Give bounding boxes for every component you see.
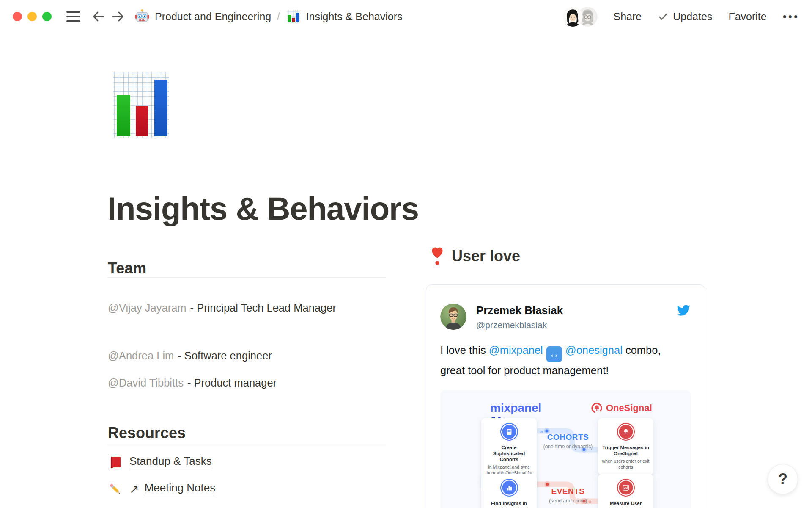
user-love-heading: User love <box>430 245 520 268</box>
twitter-bird-icon[interactable] <box>676 304 690 318</box>
cohorts-title: COHORTS <box>534 433 602 442</box>
zoom-window-button[interactable] <box>42 12 52 21</box>
document-icon <box>500 423 518 441</box>
tweet-author-handle: @przemekblasiak <box>476 320 563 330</box>
diagram-card-measure-engagement: Measure User Engagement with messages, t… <box>598 474 653 508</box>
tweet-text-part: combo, <box>623 344 661 356</box>
events-title: EVENTS <box>534 487 602 496</box>
card-title: Measure User Engagement <box>602 500 650 508</box>
titlebar: Product and Engineering / Insights & Beh… <box>0 0 812 33</box>
card-title: Create Sophisticated Cohorts <box>485 444 533 462</box>
card-title: Trigger Messages in OneSignal <box>602 444 650 456</box>
tweet-text-part: great tool for product management! <box>440 364 609 376</box>
mixpanel-mention-link[interactable]: @mixpanel <box>489 344 543 356</box>
left-right-arrow-icon: ↔ <box>546 346 562 362</box>
diagram-card-find-insights: Find Insights in Mixpanel with powerful … <box>481 474 537 508</box>
forward-arrow-icon[interactable] <box>108 7 128 26</box>
card-body: when users enter or exit cohorts <box>602 458 650 470</box>
onesignal-logo: OneSignal <box>591 402 652 414</box>
breadcrumb-current-label: Insights & Behaviors <box>306 11 403 23</box>
tweet-text: I love this @mixpanel↔@onesignal combo, … <box>440 342 691 379</box>
updates-button[interactable]: Updates <box>658 11 712 23</box>
favorite-button[interactable]: Favorite <box>728 11 766 23</box>
breadcrumb-current[interactable]: Insights & Behaviors <box>286 9 403 24</box>
notion-window: Product and Engineering / Insights & Beh… <box>0 0 812 508</box>
divider <box>107 444 386 444</box>
cohorts-label: COHORTS (one-time or dynamic) <box>534 433 602 450</box>
share-button[interactable]: Share <box>614 11 642 23</box>
member-role: - Product manager <box>187 377 277 389</box>
tweet-embed-card: Przemek Błasiak @przemekblasiak I love t… <box>426 284 705 508</box>
collaborator-avatars[interactable] <box>563 7 598 27</box>
robot-icon <box>134 9 150 24</box>
user-love-label: User love <box>452 247 520 265</box>
heart-exclamation-icon <box>430 245 445 268</box>
onesignal-logo-text: OneSignal <box>606 403 652 414</box>
breadcrumb-parent-label: Product and Engineering <box>155 11 271 23</box>
updates-label: Updates <box>673 11 712 23</box>
tweet-author: Przemek Błasiak @przemekblasiak <box>476 304 563 330</box>
help-button[interactable]: ? <box>768 464 798 494</box>
line-chart-icon <box>617 479 635 497</box>
menu-icon[interactable] <box>63 7 83 26</box>
tweet-author-name[interactable]: Przemek Błasiak <box>476 304 563 317</box>
team-member: @David Tibbitts- Product manager <box>108 374 390 392</box>
mention-link[interactable]: @David Tibbitts <box>108 377 184 389</box>
mention-link[interactable]: @Vijay Jayaram <box>108 302 187 314</box>
more-options-button[interactable]: ••• <box>783 10 799 23</box>
team-member: @Andrea Lim- Software engineer <box>108 347 390 364</box>
resources-heading: Resources <box>108 424 186 442</box>
bar-chart-icon <box>286 9 301 24</box>
card-title: Find Insights in Mixpanel <box>485 500 533 508</box>
link-label: Meeting Notes <box>145 481 216 497</box>
page-title[interactable]: Insights & Behaviors <box>107 190 419 227</box>
onesignal-bell-icon <box>591 402 603 414</box>
tweet-header: Przemek Błasiak @przemekblasiak <box>440 304 691 330</box>
tweet-author-avatar[interactable] <box>440 304 466 330</box>
mixpanel-logo: mixpanel <box>490 401 541 415</box>
team-member: @Vijay Jayaram- Principal Tech Lead Mana… <box>108 299 390 317</box>
link-standup-tasks[interactable]: Standup & Tasks <box>108 455 212 470</box>
bell-icon <box>617 423 635 441</box>
avatar <box>563 7 583 27</box>
events-subtitle: (send and clicks) <box>534 498 602 504</box>
check-icon <box>658 11 669 22</box>
tweet-image-mixpanel-onesignal-diagram[interactable]: » « mixpanel OneSignal <box>440 390 691 508</box>
bar-chart-icon <box>500 479 518 497</box>
diagram-card-trigger-messages: Trigger Messages in OneSignal when users… <box>598 418 653 475</box>
member-role: - Principal Tech Lead Manager <box>190 302 336 314</box>
member-role: - Software engineer <box>178 350 272 362</box>
breadcrumb-separator: / <box>277 11 280 22</box>
icon-bar-red <box>136 106 148 136</box>
events-label: EVENTS (send and clicks) <box>534 487 602 504</box>
external-arrow-icon: ↗ <box>129 483 139 496</box>
pencil-icon <box>108 482 123 497</box>
breadcrumb: Product and Engineering / Insights & Beh… <box>134 9 403 24</box>
divider <box>107 277 386 278</box>
mention-link[interactable]: @Andrea Lim <box>108 350 174 362</box>
page-icon-bar-chart[interactable] <box>113 72 169 138</box>
cohorts-subtitle: (one-time or dynamic) <box>534 444 602 450</box>
onesignal-mention-link[interactable]: @onesignal <box>565 344 623 356</box>
icon-bar-blue <box>154 80 167 136</box>
back-arrow-icon[interactable] <box>89 7 108 26</box>
link-meeting-notes[interactable]: ↗ Meeting Notes <box>108 481 215 497</box>
link-label: Standup & Tasks <box>129 455 212 470</box>
book-icon <box>108 455 123 470</box>
minimize-window-button[interactable] <box>27 12 37 21</box>
close-window-button[interactable] <box>13 12 22 21</box>
titlebar-actions: Share Updates Favorite ••• <box>563 7 799 27</box>
traffic-lights <box>13 12 52 21</box>
tweet-text-part: I love this <box>440 344 489 356</box>
team-heading: Team <box>108 260 146 277</box>
breadcrumb-parent[interactable]: Product and Engineering <box>134 9 271 24</box>
icon-bar-green <box>117 95 130 136</box>
